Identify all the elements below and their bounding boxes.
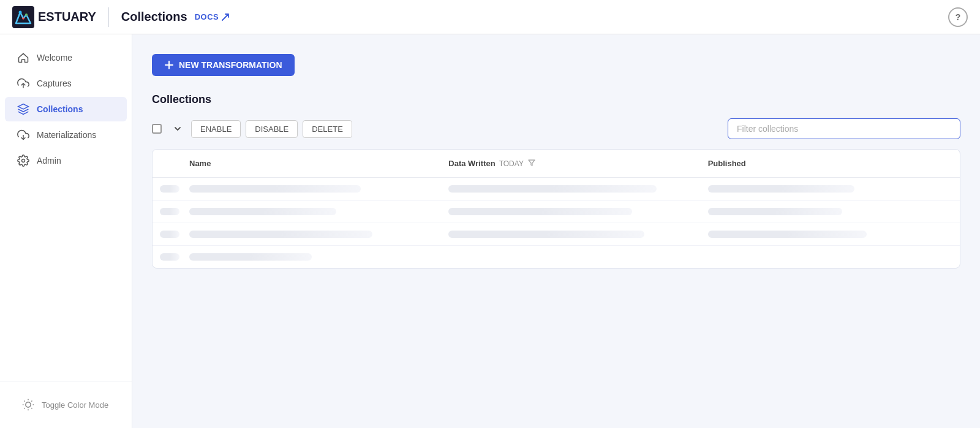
delete-button[interactable]: DELETE bbox=[303, 120, 352, 138]
sidebar-item-toggle-color-mode[interactable]: Toggle Color Mode bbox=[10, 392, 122, 417]
main-content: NEW TRANSFORMATION Collections ENABLE DI… bbox=[132, 34, 980, 428]
sidebar: Welcome Captures Col bbox=[0, 34, 132, 428]
svg-line-17 bbox=[31, 401, 32, 402]
enable-button[interactable]: ENABLE bbox=[191, 120, 241, 138]
sidebar-item-captures[interactable]: Captures bbox=[5, 71, 127, 96]
toggle-color-mode-label: Toggle Color Mode bbox=[42, 400, 108, 410]
svg-point-4 bbox=[22, 17, 24, 20]
svg-point-2 bbox=[19, 10, 22, 13]
topbar-page-title: Collections bbox=[121, 10, 187, 24]
table-header: Name Data Written TODAY Published bbox=[153, 150, 960, 178]
estuary-logo-icon bbox=[12, 6, 34, 28]
upload-cloud-icon bbox=[17, 77, 29, 90]
docs-link[interactable]: DOCS bbox=[195, 12, 230, 21]
select-all-checkbox[interactable] bbox=[152, 124, 162, 134]
sidebar-item-materializations[interactable]: Materializations bbox=[5, 123, 127, 147]
layers-icon bbox=[17, 103, 29, 115]
home-icon bbox=[17, 52, 29, 64]
sidebar-label-captures: Captures bbox=[37, 78, 72, 88]
settings-icon bbox=[17, 155, 29, 167]
table-row bbox=[153, 246, 960, 268]
sidebar-bottom: Toggle Color Mode bbox=[0, 381, 132, 428]
logo: ESTUARY bbox=[12, 6, 96, 28]
table-toolbar: ENABLE DISABLE DELETE bbox=[152, 118, 960, 139]
today-badge: TODAY bbox=[499, 159, 524, 168]
svg-point-3 bbox=[25, 13, 28, 16]
table-row bbox=[153, 223, 960, 246]
topbar: ESTUARY Collections DOCS ? bbox=[0, 0, 980, 34]
plus-icon bbox=[164, 60, 174, 70]
sidebar-label-welcome: Welcome bbox=[37, 53, 72, 63]
disable-button[interactable]: DISABLE bbox=[246, 120, 298, 138]
table-row bbox=[153, 201, 960, 223]
sun-icon bbox=[22, 399, 34, 411]
collections-section-title: Collections bbox=[152, 93, 960, 106]
external-link-icon bbox=[221, 13, 230, 21]
header-select bbox=[153, 156, 182, 171]
sidebar-item-admin[interactable]: Admin bbox=[5, 148, 127, 173]
sidebar-label-collections: Collections bbox=[37, 104, 83, 114]
docs-label: DOCS bbox=[195, 12, 219, 21]
filter-funnel-icon[interactable] bbox=[527, 158, 536, 169]
sidebar-item-welcome[interactable]: Welcome bbox=[5, 45, 127, 70]
svg-line-13 bbox=[31, 408, 32, 408]
new-transformation-button[interactable]: NEW TRANSFORMATION bbox=[152, 54, 295, 76]
svg-line-12 bbox=[24, 401, 25, 402]
sidebar-item-collections[interactable]: Collections bbox=[5, 97, 127, 121]
header-published: Published bbox=[701, 156, 960, 171]
sidebar-label-admin: Admin bbox=[37, 156, 61, 166]
collections-table: Name Data Written TODAY Published bbox=[152, 149, 960, 269]
table-row bbox=[153, 178, 960, 201]
sidebar-nav: Welcome Captures Col bbox=[0, 44, 132, 381]
download-cloud-icon bbox=[17, 129, 29, 141]
sidebar-label-materializations: Materializations bbox=[37, 130, 96, 140]
svg-point-8 bbox=[22, 159, 25, 162]
header-name: Name bbox=[182, 156, 441, 171]
svg-line-16 bbox=[24, 408, 25, 408]
new-transformation-label: NEW TRANSFORMATION bbox=[179, 60, 282, 70]
svg-point-9 bbox=[26, 402, 31, 407]
select-all-checkbox-area[interactable] bbox=[152, 124, 162, 134]
topbar-divider bbox=[108, 7, 109, 27]
select-dropdown-button[interactable] bbox=[169, 120, 186, 137]
filter-collections-input[interactable] bbox=[728, 118, 960, 139]
logo-text: ESTUARY bbox=[38, 10, 96, 24]
svg-marker-6 bbox=[18, 104, 29, 109]
header-data-written: Data Written TODAY bbox=[441, 156, 700, 171]
chevron-down-icon bbox=[174, 125, 181, 132]
help-button[interactable]: ? bbox=[948, 7, 968, 27]
help-icon: ? bbox=[956, 12, 961, 22]
